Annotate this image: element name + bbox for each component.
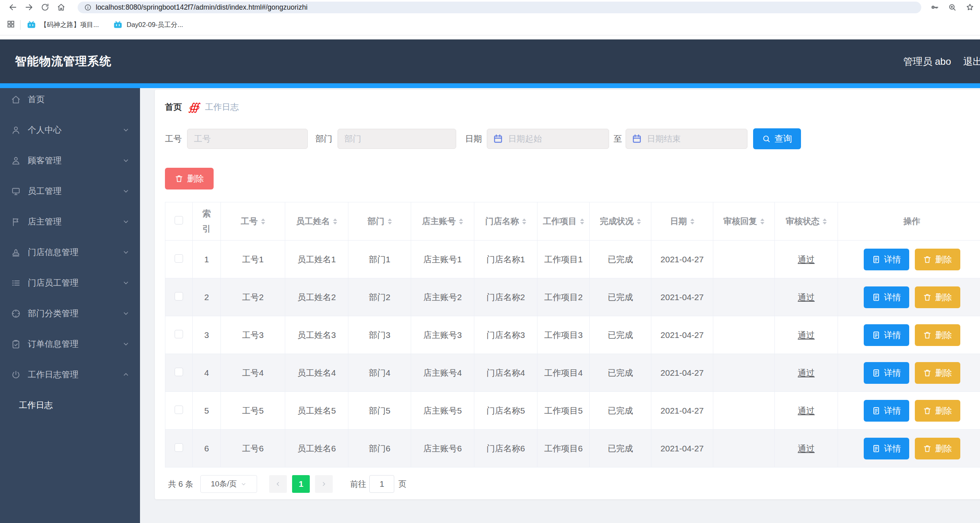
apps-grid-icon[interactable] (6, 20, 17, 30)
trash-icon (923, 369, 932, 377)
page-size-select[interactable]: 10条/页 (200, 475, 257, 493)
admin-user-menu[interactable]: 管理员 abo (903, 55, 951, 68)
select-all-checkbox[interactable] (175, 216, 183, 224)
column-header-department[interactable]: 部门 (348, 202, 411, 241)
column-header-status[interactable]: 完成状况 (590, 202, 651, 241)
date-start-input[interactable] (487, 129, 609, 149)
column-header-owner_account[interactable]: 店主账号 (411, 202, 474, 241)
sidebar-item-2[interactable]: 个人中心 (0, 119, 140, 141)
page-top-margin (0, 35, 980, 39)
dept-input[interactable] (338, 129, 456, 149)
sort-carets-icon[interactable] (823, 218, 827, 224)
sidebar-item-10[interactable]: 工作日志管理 (0, 363, 140, 386)
bookmark-item-2[interactable]: Day02-09-员工分... (113, 20, 183, 30)
sort-carets-icon[interactable] (333, 218, 337, 224)
cell-text: 工号6 (242, 444, 264, 453)
delete-button[interactable]: 删除 (915, 286, 960, 308)
sidebar-item-6[interactable]: 门店信息管理 (0, 241, 140, 264)
cell-date: 2021-04-27 (651, 392, 713, 430)
detail-button[interactable]: 详情 (864, 438, 909, 459)
sort-carets-icon[interactable] (261, 218, 265, 224)
sidebar-item-5[interactable]: 店主管理 (0, 210, 140, 233)
column-header-work_no[interactable]: 工号 (221, 202, 285, 241)
sidebar-subitem-work-log[interactable]: 工作日志 (0, 394, 140, 416)
column-header-date[interactable]: 日期 (651, 202, 713, 241)
sidebar-item-7[interactable]: 门店员工管理 (0, 272, 140, 294)
prev-page-button[interactable] (269, 475, 287, 493)
delete-button[interactable]: 删除 (915, 324, 960, 346)
work-no-input[interactable] (187, 129, 308, 149)
detail-button[interactable]: 详情 (864, 362, 909, 384)
detail-button[interactable]: 详情 (864, 249, 909, 270)
cell-work_no: 工号6 (221, 430, 285, 467)
page-1-button[interactable]: 1 (292, 475, 310, 493)
cell-text: 已完成 (608, 330, 633, 340)
sort-carets-icon[interactable] (580, 218, 584, 224)
zoom-in-icon[interactable] (945, 1, 960, 13)
delete-button[interactable]: 删除 (915, 400, 960, 422)
reload-icon[interactable] (37, 1, 53, 13)
bookmark-label: Day02-09-员工分... (127, 21, 183, 29)
cell-text: 部门2 (369, 292, 391, 302)
password-key-icon[interactable] (927, 1, 942, 13)
sidebar: 首页个人中心顾客管理员工管理店主管理门店信息管理门店员工管理部门分类管理订单信息… (0, 88, 140, 523)
cell-text: 已完成 (608, 368, 633, 377)
delete-button[interactable]: 删除 (915, 249, 960, 270)
bookmark-item-1[interactable]: 【码神之路】项目... (26, 20, 99, 30)
home-icon[interactable] (53, 1, 69, 13)
row-checkbox[interactable] (175, 254, 183, 263)
address-bar[interactable]: localhost:8080/springboot142f7/admin/dis… (78, 2, 921, 13)
table-row: 1工号1员工姓名1部门1店主账号1门店名称1工作项目1已完成2021-04-27… (165, 241, 980, 278)
date-end-input[interactable] (626, 129, 747, 149)
cell-review_status: 通过 (775, 392, 838, 430)
forward-icon[interactable] (21, 1, 37, 13)
cell-employee: 员工姓名1 (285, 241, 348, 278)
bookmark-star-icon[interactable] (962, 1, 978, 13)
sidebar-item-1[interactable]: 首页 (0, 88, 140, 111)
row-checkbox[interactable] (175, 368, 183, 376)
sidebar-item-4[interactable]: 员工管理 (0, 180, 140, 202)
detail-button[interactable]: 详情 (864, 324, 909, 346)
sidebar-item-9[interactable]: 订单信息管理 (0, 333, 140, 355)
page-info-icon[interactable] (84, 4, 92, 11)
cell-store_name: 门店名称2 (474, 278, 537, 316)
column-header-store_name[interactable]: 门店名称 (474, 202, 537, 241)
sidebar-item-8[interactable]: 部门分类管理 (0, 302, 140, 325)
sort-carets-icon[interactable] (637, 218, 641, 224)
column-header-review_reply[interactable]: 审核回复 (713, 202, 775, 241)
delete-button[interactable]: 删除 (915, 362, 960, 384)
url-text[interactable]: localhost:8080/springboot142f7/admin/dis… (96, 3, 307, 12)
delete-button[interactable]: 删除 (915, 438, 960, 459)
cell-text: 店主账号1 (423, 255, 462, 264)
sort-carets-icon[interactable] (459, 218, 463, 224)
row-checkbox[interactable] (175, 292, 183, 301)
column-header-project[interactable]: 工作项目 (537, 202, 590, 241)
column-header-employee[interactable]: 员工姓名 (285, 202, 348, 241)
cell-review_status: 通过 (775, 354, 838, 392)
batch-delete-button[interactable]: 删除 (165, 168, 214, 189)
breadcrumb-home[interactable]: 首页 (165, 101, 182, 113)
row-checkbox[interactable] (175, 443, 183, 452)
goto-page-input[interactable] (369, 475, 394, 493)
cell-text: 工作项目4 (544, 368, 583, 377)
back-icon[interactable] (5, 1, 21, 13)
cell-text: 部门3 (369, 330, 391, 340)
sort-carets-icon[interactable] (388, 218, 392, 224)
sidebar-item-3[interactable]: 顾客管理 (0, 149, 140, 172)
row-checkbox-cell (165, 354, 193, 392)
sort-carets-icon[interactable] (522, 218, 526, 224)
detail-button[interactable]: 详情 (864, 400, 909, 422)
search-button[interactable]: 查询 (753, 128, 801, 149)
cell-text: 工号4 (242, 368, 264, 377)
sort-carets-icon[interactable] (690, 218, 694, 224)
goto-label: 前往 (350, 479, 366, 490)
row-checkbox[interactable] (175, 406, 183, 414)
logout-link[interactable]: 退出 (963, 55, 980, 68)
pagination: 共 6 条 10条/页 1 前往 页 (168, 475, 978, 493)
column-header-review_status[interactable]: 审核状态 (775, 202, 838, 241)
row-checkbox[interactable] (175, 330, 183, 338)
cell-index: 1 (193, 241, 221, 278)
sort-carets-icon[interactable] (760, 218, 764, 224)
next-page-button[interactable] (315, 475, 333, 493)
detail-button[interactable]: 详情 (864, 286, 909, 308)
